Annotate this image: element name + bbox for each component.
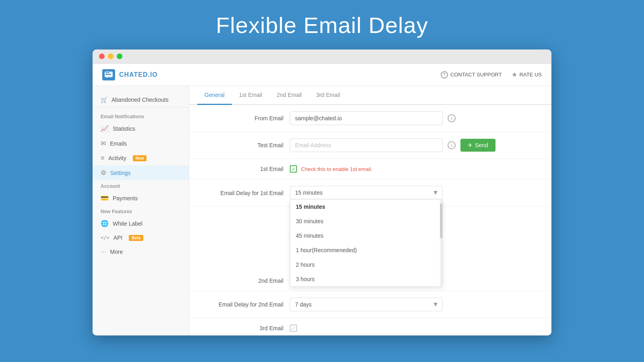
test-email-label: Test Email xyxy=(201,142,290,148)
header-actions: ? CONTACT SUPPORT ★ RATE US xyxy=(441,71,542,78)
email-delay-1st-label: Email Delay for 1st Email xyxy=(201,186,290,196)
from-email-row: From Email i xyxy=(189,105,551,132)
test-email-input[interactable] xyxy=(290,138,443,152)
api-label: API xyxy=(114,234,123,241)
test-email-info-icon[interactable]: i xyxy=(448,141,456,149)
svg-rect-1 xyxy=(105,72,109,73)
second-email-label: 2nd Email xyxy=(201,278,290,284)
dropdown-scrollbar[interactable] xyxy=(440,200,442,286)
send-button[interactable]: ✈ Send xyxy=(460,139,495,152)
first-email-enable-row: 1st Email ✓ Check this to enable 1st ema… xyxy=(189,159,551,179)
dropdown-option-2hours[interactable]: 2 hours xyxy=(290,257,442,272)
activity-new-badge: New xyxy=(133,155,147,161)
logo-text: CHATED.IO xyxy=(119,71,158,78)
email-delay-1st-select-wrapper: 15 minutes 30 minutes 45 minutes 1 hour(… xyxy=(290,186,443,200)
first-email-checkbox-wrap: ✓ Check this to enable 1st email. xyxy=(290,165,372,173)
scrollbar-thumb xyxy=(440,204,442,238)
sidebar-main-label: Abandoned Checkouts xyxy=(111,97,169,103)
tab-2nd-email[interactable]: 2nd Email xyxy=(269,86,309,105)
dropdown-option-45min[interactable]: 45 minutes xyxy=(290,228,442,243)
activity-icon: ≡ xyxy=(101,154,104,162)
third-email-label: 3rd Email xyxy=(201,325,290,331)
rate-us-label: RATE US xyxy=(520,72,542,78)
sidebar-item-emails[interactable]: ✉ Emails xyxy=(93,136,189,151)
sidebar-item-payments[interactable]: 💳 Payments xyxy=(93,191,189,206)
first-email-label: 1st Email xyxy=(201,166,290,172)
dropdown-option-30min[interactable]: 30 minutes xyxy=(290,214,442,228)
payments-icon: 💳 xyxy=(101,194,109,202)
sidebar-item-more[interactable]: ··· More xyxy=(93,245,189,259)
from-email-input[interactable] xyxy=(290,111,443,125)
sidebar-item-whitelabel[interactable]: 🌐 White Label xyxy=(93,216,189,231)
payments-label: Payments xyxy=(113,195,138,202)
tab-general[interactable]: General xyxy=(197,86,232,105)
minimize-button[interactable] xyxy=(108,53,114,59)
api-beta-badge: Beta xyxy=(129,235,143,241)
tab-1st-email[interactable]: 1st Email xyxy=(232,86,270,105)
whitelabel-icon: 🌐 xyxy=(101,220,109,227)
send-icon: ✈ xyxy=(468,142,473,148)
from-email-info-icon[interactable]: i xyxy=(448,114,456,122)
third-email-row: 3rd Email ✓ xyxy=(189,318,551,335)
activity-label: Activity xyxy=(108,155,126,161)
sidebar-item-settings[interactable]: ⚙ Settings xyxy=(93,165,189,180)
rate-us-button[interactable]: ★ RATE US xyxy=(512,71,542,78)
statistics-icon: 📈 xyxy=(101,125,109,132)
test-email-row: Test Email i ✈ Send xyxy=(189,132,551,159)
maximize-button[interactable] xyxy=(117,53,122,59)
close-button[interactable] xyxy=(99,53,105,59)
dropdown-option-1hour[interactable]: 1 hour(Recommeneded) xyxy=(290,243,442,257)
app-window: CHATED.IO ? CONTACT SUPPORT ★ RATE US 🛒 … xyxy=(93,49,551,335)
from-email-label: From Email xyxy=(201,115,290,121)
email-delay-2nd-row: Email Delay for 2nd Email 7 days ▼ xyxy=(189,291,551,318)
star-icon: ★ xyxy=(512,71,517,78)
third-email-checkbox-wrap: ✓ xyxy=(290,325,297,332)
logo-icon xyxy=(102,69,115,80)
main-content: General 1st Email 2nd Email 3rd Email Fr… xyxy=(189,86,551,335)
whitelabel-label: White Label xyxy=(113,220,142,227)
first-email-enable-text: Check this to enable 1st email. xyxy=(301,166,372,172)
section-account: Account xyxy=(93,180,189,191)
api-icon: </> xyxy=(101,235,109,241)
tabs-bar: General 1st Email 2nd Email 3rd Email xyxy=(189,86,551,105)
send-label: Send xyxy=(475,142,488,148)
sidebar-item-api[interactable]: </> API Beta xyxy=(93,231,189,245)
form-content: From Email i Test Email i ✈ Send 1st xyxy=(189,105,551,335)
email-delay-2nd-select-wrapper: 7 days ▼ xyxy=(290,298,443,311)
app-body: 🛒 Abandoned Checkouts Email Notification… xyxy=(93,86,551,335)
dropdown-option-3hours[interactable]: 3 hours xyxy=(290,272,442,286)
more-label: More xyxy=(110,249,123,255)
sidebar-main-item[interactable]: 🛒 Abandoned Checkouts xyxy=(93,93,189,107)
sidebar-item-statistics[interactable]: 📈 Statistics xyxy=(93,121,189,136)
section-new-features: New Features xyxy=(93,206,189,216)
app-header: CHATED.IO ? CONTACT SUPPORT ★ RATE US xyxy=(93,64,551,86)
logo-area: CHATED.IO xyxy=(102,69,158,80)
first-email-checkbox[interactable]: ✓ xyxy=(290,165,297,173)
title-bar xyxy=(93,49,551,64)
more-icon: ··· xyxy=(101,248,106,255)
statistics-label: Statistics xyxy=(113,125,135,132)
sidebar: 🛒 Abandoned Checkouts Email Notification… xyxy=(93,86,189,335)
settings-icon: ⚙ xyxy=(101,169,106,177)
email-delay-1st-row: Email Delay for 1st Email 15 minutes 30 … xyxy=(189,179,551,206)
delay-dropdown: 15 minutes 30 minutes 45 minutes 1 hour(… xyxy=(290,200,443,287)
contact-support-label: CONTACT SUPPORT xyxy=(450,72,502,78)
email-delay-2nd-label: Email Delay for 2nd Email xyxy=(201,301,290,308)
dropdown-option-15min[interactable]: 15 minutes xyxy=(290,200,442,214)
help-icon: ? xyxy=(441,71,448,78)
email-delay-1st-select[interactable]: 15 minutes 30 minutes 45 minutes 1 hour(… xyxy=(290,186,443,200)
email-delay-2nd-select[interactable]: 7 days xyxy=(290,298,443,311)
settings-label: Settings xyxy=(110,170,131,176)
third-email-checkbox[interactable]: ✓ xyxy=(290,325,297,332)
cart-icon: 🛒 xyxy=(101,97,107,103)
hero-title: Flexible Email Delay xyxy=(216,12,428,38)
emails-icon: ✉ xyxy=(101,140,106,147)
emails-label: Emails xyxy=(110,140,127,147)
sidebar-item-activity[interactable]: ≡ Activity New xyxy=(93,151,189,165)
tab-3rd-email[interactable]: 3rd Email xyxy=(309,86,347,105)
contact-support-button[interactable]: ? CONTACT SUPPORT xyxy=(441,71,502,78)
svg-marker-3 xyxy=(106,77,108,78)
section-email-notifications: Email Notifications xyxy=(93,111,189,121)
svg-rect-2 xyxy=(105,74,111,75)
